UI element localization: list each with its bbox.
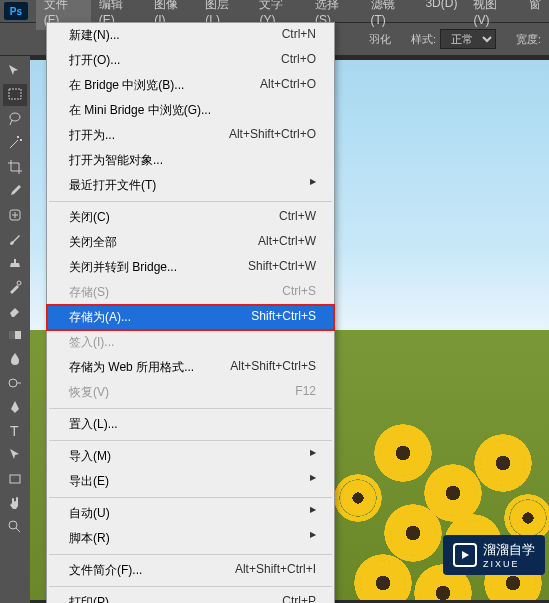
menu-entry[interactable]: 最近打开文件(T)▶ — [47, 173, 334, 198]
menu-entry[interactable]: 存储为 Web 所用格式...Alt+Shift+Ctrl+S — [47, 355, 334, 380]
menu-entry[interactable]: 关闭并转到 Bridge...Shift+Ctrl+W — [47, 255, 334, 280]
menu-entry-label: 打开(O)... — [69, 52, 120, 69]
menu-entry[interactable]: 打开为智能对象... — [47, 148, 334, 173]
move-tool[interactable] — [3, 60, 27, 82]
history-brush-tool[interactable] — [3, 276, 27, 298]
gradient-tool[interactable] — [3, 324, 27, 346]
crop-tool[interactable] — [3, 156, 27, 178]
menu-entry-label: 关闭(C) — [69, 209, 110, 226]
tools-panel: T — [0, 56, 30, 538]
menu-entry: 签入(I)... — [47, 330, 334, 355]
menu-entry-shortcut: Shift+Ctrl+S — [251, 309, 316, 326]
menu-entry-label: 在 Bridge 中浏览(B)... — [69, 77, 184, 94]
eyedropper-tool[interactable] — [3, 180, 27, 202]
type-tool[interactable]: T — [3, 420, 27, 442]
menu-entry[interactable]: 脚本(R)▶ — [47, 526, 334, 551]
menu-entry[interactable]: 关闭全部Alt+Ctrl+W — [47, 230, 334, 255]
lasso-tool[interactable] — [3, 108, 27, 130]
menu-entry-label: 关闭全部 — [69, 234, 117, 251]
eraser-tool[interactable] — [3, 300, 27, 322]
menu-entry-shortcut: Alt+Shift+Ctrl+S — [230, 359, 316, 376]
menu-entry[interactable]: 打开为...Alt+Shift+Ctrl+O — [47, 123, 334, 148]
menu-item-8[interactable]: 视图(V) — [465, 0, 521, 30]
menu-entry-shortcut: Ctrl+P — [282, 594, 316, 603]
watermark-play-icon — [453, 543, 477, 567]
width-label: 宽度: — [516, 32, 541, 47]
menu-entry-shortcut: Alt+Shift+Ctrl+I — [235, 562, 316, 579]
menu-entry-label: 导出(E) — [69, 473, 109, 490]
svg-point-6 — [9, 379, 17, 387]
menu-entry-label: 签入(I)... — [69, 334, 114, 351]
svg-point-3 — [17, 281, 21, 285]
menu-entry-label: 文件简介(F)... — [69, 562, 142, 579]
menu-entry-shortcut: Shift+Ctrl+W — [248, 259, 316, 276]
submenu-arrow-icon: ▶ — [310, 505, 316, 522]
dodge-tool[interactable] — [3, 372, 27, 394]
menu-entry-label: 关闭并转到 Bridge... — [69, 259, 177, 276]
menu-entry[interactable]: 新建(N)...Ctrl+N — [47, 23, 334, 48]
menu-item-7[interactable]: 3D(D) — [417, 0, 465, 30]
menu-entry[interactable]: 导入(M)▶ — [47, 444, 334, 469]
svg-rect-8 — [10, 475, 20, 483]
menu-separator — [49, 408, 332, 409]
menu-entry[interactable]: 打印(P)...Ctrl+P — [47, 590, 334, 603]
app-logo: Ps — [4, 2, 28, 20]
menu-entry-shortcut: Ctrl+W — [279, 209, 316, 226]
menu-entry: 恢复(V)F12 — [47, 380, 334, 405]
menu-entry[interactable]: 自动(U)▶ — [47, 501, 334, 526]
menu-entry-label: 导入(M) — [69, 448, 111, 465]
style-label: 样式: — [411, 32, 436, 47]
blur-tool[interactable] — [3, 348, 27, 370]
menu-entry[interactable]: 存储为(A)...Shift+Ctrl+S — [47, 305, 334, 330]
healing-brush-tool[interactable] — [3, 204, 27, 226]
menu-entry-label: 自动(U) — [69, 505, 110, 522]
submenu-arrow-icon: ▶ — [310, 530, 316, 547]
marquee-tool[interactable] — [3, 84, 27, 106]
menu-entry[interactable]: 置入(L)... — [47, 412, 334, 437]
brush-tool[interactable] — [3, 228, 27, 250]
svg-point-1 — [10, 113, 20, 121]
style-select[interactable]: 正常 — [440, 29, 496, 49]
menu-separator — [49, 554, 332, 555]
menu-entry-label: 打开为... — [69, 127, 115, 144]
pen-tool[interactable] — [3, 396, 27, 418]
menu-item-9[interactable]: 窗 — [521, 0, 549, 30]
menu-entry-label: 脚本(R) — [69, 530, 110, 547]
menu-entry[interactable]: 打开(O)...Ctrl+O — [47, 48, 334, 73]
menu-separator — [49, 497, 332, 498]
zoom-tool[interactable] — [3, 516, 27, 538]
menu-entry-label: 恢复(V) — [69, 384, 109, 401]
hand-tool[interactable] — [3, 492, 27, 514]
menu-entry-shortcut: Alt+Ctrl+O — [260, 77, 316, 94]
menu-entry-shortcut: F12 — [295, 384, 316, 401]
rectangle-tool[interactable] — [3, 468, 27, 490]
menu-entry-shortcut: Ctrl+O — [281, 52, 316, 69]
menu-entry-label: 在 Mini Bridge 中浏览(G)... — [69, 102, 211, 119]
svg-rect-0 — [9, 89, 21, 99]
menu-entry[interactable]: 在 Bridge 中浏览(B)...Alt+Ctrl+O — [47, 73, 334, 98]
menu-entry: 存储(S)Ctrl+S — [47, 280, 334, 305]
file-menu-dropdown: 新建(N)...Ctrl+N打开(O)...Ctrl+O在 Bridge 中浏览… — [46, 22, 335, 603]
menubar: Ps 文件(F)编辑(E)图像(I)图层(L)文字(Y)选择(S)滤镜(T)3D… — [0, 0, 549, 22]
svg-point-9 — [9, 521, 17, 529]
svg-text:T: T — [10, 423, 19, 439]
menu-entry-shortcut: Alt+Shift+Ctrl+O — [229, 127, 316, 144]
path-selection-tool[interactable] — [3, 444, 27, 466]
menu-separator — [49, 201, 332, 202]
menu-entry-label: 最近打开文件(T) — [69, 177, 156, 194]
menu-separator — [49, 440, 332, 441]
magic-wand-tool[interactable] — [3, 132, 27, 154]
menu-entry[interactable]: 在 Mini Bridge 中浏览(G)... — [47, 98, 334, 123]
svg-rect-5 — [9, 331, 15, 339]
submenu-arrow-icon: ▶ — [310, 448, 316, 465]
menu-entry[interactable]: 文件简介(F)...Alt+Shift+Ctrl+I — [47, 558, 334, 583]
submenu-arrow-icon: ▶ — [310, 473, 316, 490]
menu-entry-label: 打开为智能对象... — [69, 152, 163, 169]
menu-entry[interactable]: 关闭(C)Ctrl+W — [47, 205, 334, 230]
clone-stamp-tool[interactable] — [3, 252, 27, 274]
menu-entry[interactable]: 导出(E)▶ — [47, 469, 334, 494]
menu-entry-label: 存储为(A)... — [69, 309, 131, 326]
menu-entry-label: 新建(N)... — [69, 27, 120, 44]
menu-entry-shortcut: Ctrl+N — [282, 27, 316, 44]
menu-item-6[interactable]: 滤镜(T) — [363, 0, 418, 30]
